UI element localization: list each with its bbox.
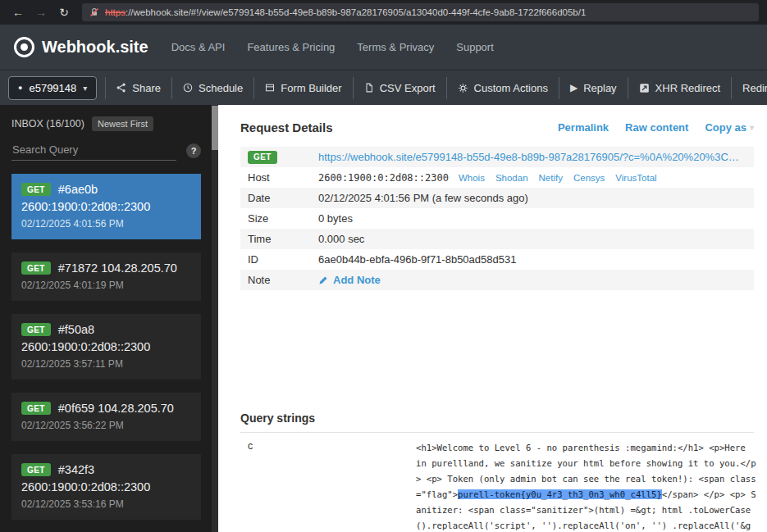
request-list-item[interactable]: GET #f50a8 2600:1900:0:2d08::2300 02/12/… [11, 314, 201, 380]
raw-content-link[interactable]: Raw content [625, 121, 688, 134]
token-id-dropdown[interactable]: ● e5799148 ▾ [8, 76, 97, 100]
row-label: Note [248, 274, 318, 286]
forward-button[interactable]: → [31, 3, 51, 21]
custom-actions-button[interactable]: Custom Actions [446, 77, 559, 99]
replay-button[interactable]: ▶ Replay [559, 77, 628, 99]
nav-terms-privacy[interactable]: Terms & Privacy [357, 41, 434, 53]
method-badge: GET [21, 183, 51, 196]
search-input[interactable] [11, 141, 176, 161]
method-badge: GET [21, 261, 51, 275]
url-text: https://webhook.site/#!/view/e5799148-b5… [105, 7, 586, 17]
brand-name: Webhook.site [42, 38, 148, 57]
row-label: Time [248, 233, 318, 245]
shodan-link[interactable]: Shodan [495, 173, 528, 183]
row-label: Host [248, 171, 318, 184]
search-row: ? [11, 141, 201, 161]
row-label: ID [248, 253, 318, 266]
whois-link[interactable]: Whois [459, 173, 485, 183]
add-note-link[interactable]: Add Note [318, 274, 381, 286]
chevron-down-icon: ▾ [750, 123, 754, 132]
method-badge: GET [21, 463, 51, 476]
pencil-icon [318, 275, 328, 285]
method-badge: GET [248, 151, 277, 164]
copy-as-dropdown[interactable]: Copy as▾ [705, 121, 754, 134]
back-button[interactable]: ← [8, 3, 28, 21]
detail-row-note: Note Add Note [240, 270, 754, 290]
request-ip: 2600:1900:0:2d08::2300 [21, 480, 191, 493]
refresh-button[interactable]: ↻ [54, 3, 74, 21]
token-id-label: e5799148 [29, 82, 76, 94]
request-list-item[interactable]: GET #0f659 104.28.205.70 02/12/2025 3:56… [11, 393, 201, 441]
permalink-link[interactable]: Permalink [558, 121, 609, 134]
uuid-value: 6ae0b44b-ebfa-496b-9f71-8b50ad58d531 [318, 253, 516, 266]
date-value: 02/12/2025 4:01:56 PM (a few seconds ago… [318, 192, 528, 204]
share-button[interactable]: Share [105, 77, 171, 99]
detail-row-time: Time 0.000 sec [240, 229, 754, 249]
play-icon: ▶ [570, 82, 578, 93]
redirect-now-button[interactable]: Redirect Now [731, 77, 767, 99]
scrollbar-thumb[interactable] [212, 106, 218, 150]
request-ip: 2600:1900:0:2d08::2300 [21, 200, 191, 213]
toolbar: ● e5799148 ▾ Share Schedule Form Builder… [0, 70, 767, 105]
detail-row-id: ID 6ae0b44b-ebfa-496b-9f71-8b50ad58d531 [240, 249, 754, 270]
detail-row-size: Size 0 bytes [240, 208, 754, 229]
form-icon [265, 83, 275, 93]
request-details-panel: Request Details Permalink Raw content Co… [218, 105, 767, 532]
netify-link[interactable]: Netify [539, 173, 563, 183]
virustotal-link[interactable]: VirusTotal [615, 173, 656, 183]
query-param-row: c <h1>Welcome to Level 6 - no parenthesi… [240, 433, 754, 532]
page-title: Request Details [240, 120, 333, 134]
share-icon [116, 83, 126, 93]
chevron-down-icon: ▾ [83, 84, 87, 93]
help-icon[interactable]: ? [186, 143, 201, 158]
query-strings-title: Query strings [240, 412, 754, 433]
url-bar[interactable]: https://webhook.site/#!/view/e5799148-b5… [82, 3, 759, 21]
request-list-item[interactable]: GET #71872 104.28.205.70 02/12/2025 4:01… [11, 252, 201, 301]
time-value: 0.000 sec [318, 233, 364, 245]
sidebar-scrollbar[interactable] [212, 105, 218, 532]
request-url-link[interactable]: https://webhook.site/e5799148-b55d-49e8-… [318, 151, 739, 163]
size-value: 0 bytes [318, 212, 353, 225]
nav-features-pricing[interactable]: Features & Pricing [247, 41, 335, 53]
inbox-sidebar: INBOX (16/100) Newest First ? GET #6ae0b… [0, 105, 218, 532]
query-param-value: <h1>Welcome to Level 6 - no parenthesis … [416, 440, 756, 532]
request-ip: 2600:1900:0:2d08::2300 [21, 340, 191, 353]
content-area: INBOX (16/100) Newest First ? GET #6ae0b… [0, 105, 767, 532]
censys-link[interactable]: Censys [573, 173, 605, 183]
request-date: 02/12/2025 4:01:19 PM [21, 280, 191, 291]
file-icon [364, 83, 374, 93]
brand[interactable]: Webhook.site [14, 37, 148, 57]
gear-icon [458, 83, 468, 93]
request-id: #6ae0b [58, 183, 98, 196]
main-nav: Docs & API Features & Pricing Terms & Pr… [171, 41, 494, 53]
csv-export-button[interactable]: CSV Export [353, 77, 446, 99]
request-details-table: GET https://webhook.site/e5799148-b55d-4… [240, 147, 754, 290]
detail-row-date: Date 02/12/2025 4:01:56 PM (a few second… [240, 188, 754, 208]
detail-row-host: Host 2600:1900:0:2d08::2300 Whois Shodan… [240, 167, 754, 188]
browser-chrome: ← → ↻ https://webhook.site/#!/view/e5799… [0, 0, 767, 25]
nav-docs-api[interactable]: Docs & API [171, 41, 226, 53]
request-date: 02/12/2025 4:01:56 PM [21, 218, 191, 230]
sort-order-toggle[interactable]: Newest First [92, 116, 153, 131]
clock-icon [183, 83, 193, 93]
row-label: Size [248, 212, 318, 225]
detail-row-url: GET https://webhook.site/e5799148-b55d-4… [240, 147, 754, 167]
schedule-button[interactable]: Schedule [171, 77, 253, 99]
site-header: Webhook.site Docs & API Features & Prici… [0, 25, 767, 70]
method-badge: GET [21, 402, 51, 415]
request-list-item[interactable]: GET #342f3 2600:1900:0:2d08::2300 02/12/… [11, 454, 201, 520]
inbox-header: INBOX (16/100) Newest First [11, 116, 201, 131]
request-id: #342f3 [58, 463, 94, 476]
insecure-lock-icon[interactable] [89, 7, 99, 17]
method-badge: GET [21, 323, 51, 336]
flag-text-selection: purell-token{y0u_4r3_th3_0n3_wh0_c4ll5} [458, 489, 662, 499]
request-date: 02/12/2025 3:53:16 PM [21, 498, 191, 510]
url-rest: ://webhook.site/#!/view/e5799148-b55d-49… [126, 7, 586, 17]
form-builder-button[interactable]: Form Builder [253, 77, 352, 99]
xhr-redirect-button[interactable]: XHR Redirect [628, 77, 731, 99]
query-param-name: c [248, 440, 416, 532]
nav-support[interactable]: Support [456, 41, 494, 53]
inbox-count-label: INBOX (16/100) [11, 118, 84, 130]
request-list-item[interactable]: GET #6ae0b 2600:1900:0:2d08::2300 02/12/… [11, 174, 201, 239]
request-date: 02/12/2025 3:56:22 PM [21, 420, 191, 431]
